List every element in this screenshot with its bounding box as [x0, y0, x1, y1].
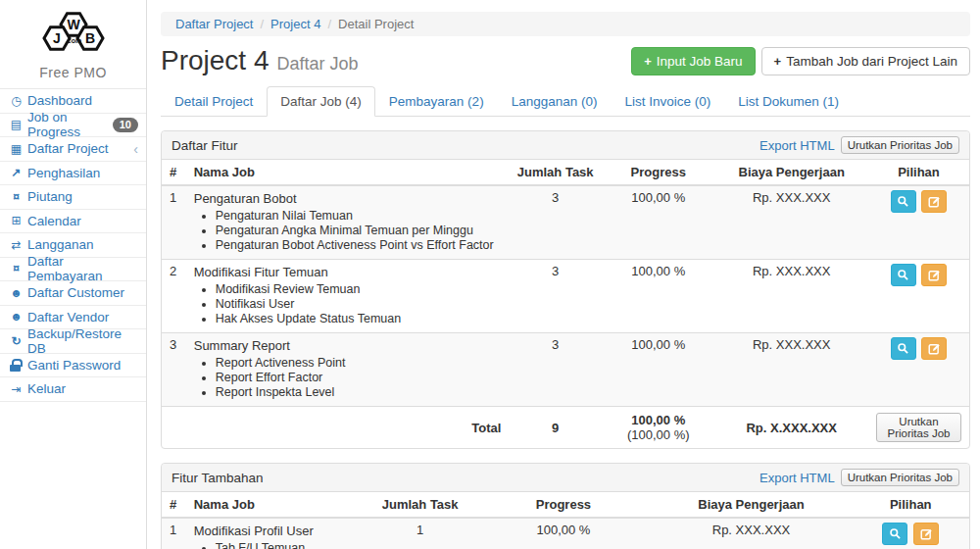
breadcrumb-current: Detail Project — [338, 17, 414, 31]
table-row: 2 Modifikasi Fitur Temuan Modifikasi Rev… — [162, 260, 969, 333]
sidebar-item-label: Dashboard — [27, 93, 92, 108]
export-html-link[interactable]: Export HTML — [760, 471, 835, 485]
search-icon — [897, 269, 909, 281]
breadcrumb: Daftar Project Project 4 Detail Project — [161, 12, 970, 36]
biaya-cell: Rp. XXX.XXX — [714, 333, 868, 407]
sidebar-item-daftar-project[interactable]: Daftar Project ‹ — [0, 137, 146, 162]
biaya-cell: Rp. XXX.XXX — [714, 185, 868, 260]
search-icon — [897, 195, 909, 208]
jumlah-task-cell: 3 — [509, 185, 602, 260]
edit-job-button[interactable] — [913, 523, 939, 545]
view-job-button[interactable] — [882, 523, 907, 545]
subtask-list: Report Activeness Point Report Effort Fa… — [216, 356, 502, 400]
view-job-button[interactable] — [891, 337, 916, 360]
view-job-button[interactable] — [891, 264, 916, 286]
sidebar-item-label: Calendar — [27, 214, 81, 228]
sidebar-item-job-on-progress[interactable]: Job on Progress 10 — [0, 114, 146, 138]
money-icon — [8, 190, 24, 204]
edit-icon — [928, 195, 941, 208]
retweet-icon — [8, 238, 24, 252]
total-progress: 100,00 % (100,00 %) — [602, 407, 714, 449]
panel-title: Fitur Tambahan — [172, 471, 264, 485]
users-icon — [8, 286, 24, 300]
tab-list-invoice[interactable]: List Invoice (0) — [611, 86, 724, 116]
edit-job-button[interactable] — [921, 337, 947, 360]
tasks-icon — [8, 118, 24, 131]
svg-text:.com: .com — [65, 37, 80, 44]
jwb-logo: W J B .com — [31, 6, 116, 59]
table-icon — [8, 142, 24, 156]
table-row: 3 Summary Report Report Activeness Point… — [162, 333, 969, 407]
project-tabs: Detail Project Daftar Job (4) Pembayaran… — [161, 86, 970, 117]
table-header-row: # Nama Job Jumlah Task Progress Biaya Pe… — [162, 160, 969, 185]
sidebar-item-label: Job on Progress — [27, 110, 113, 139]
daftar-fitur-table: # Nama Job Jumlah Task Progress Biaya Pe… — [162, 160, 969, 448]
breadcrumb-project-4[interactable]: Project 4 — [270, 17, 320, 31]
search-icon — [889, 527, 902, 540]
total-biaya: Rp. X.XXX.XXX — [714, 407, 868, 449]
table-header-row: # Nama Job Jumlah Task Progress Biaya Pe… — [162, 492, 969, 518]
fitur-tambahan-table: # Nama Job Jumlah Task Progress Biaya Pe… — [162, 492, 969, 549]
biaya-cell: Rp. XXX.XXX — [651, 518, 853, 549]
pilihan-cell — [853, 518, 970, 549]
page-title: Project 4 — [161, 45, 270, 76]
tab-list-dokumen[interactable]: List Dokumen (1) — [724, 86, 853, 116]
tambah-job-button[interactable]: + Tambah Job dari Project Lain — [761, 47, 970, 75]
sidebar-item-calendar[interactable]: Calendar — [0, 210, 146, 234]
chevron-left-icon: ‹ — [133, 142, 138, 156]
tab-daftar-job[interactable]: Daftar Job (4) — [267, 86, 375, 116]
urutkan-prioritas-button[interactable]: Urutkan Prioritas Job — [841, 136, 959, 154]
input-job-baru-button[interactable]: + Input Job Baru — [631, 47, 755, 75]
jumlah-task-cell: 1 — [364, 518, 476, 549]
brand-name: Free PMO — [0, 65, 146, 80]
edit-job-button[interactable] — [921, 264, 947, 286]
progress-cell: 100,00 % — [602, 333, 714, 407]
sidebar-item-daftar-pembayaran[interactable]: Daftar Pembayaran — [0, 258, 146, 282]
tab-pembayaran[interactable]: Pembayaran (2) — [375, 86, 498, 116]
biaya-cell: Rp. XXX.XXX — [714, 260, 868, 333]
sidebar-item-daftar-customer[interactable]: Daftar Customer — [0, 281, 146, 306]
sidebar-item-keluar[interactable]: Keluar — [0, 377, 146, 402]
sidebar-item-label: Daftar Customer — [27, 285, 124, 300]
urutkan-prioritas-button[interactable]: Urutkan Prioritas Job — [876, 413, 961, 442]
calendar-icon — [8, 214, 24, 227]
jumlah-task-cell: 3 — [509, 333, 602, 407]
sidebar-item-penghasilan[interactable]: Penghasilan — [0, 162, 146, 186]
tab-langganan[interactable]: Langganan (0) — [498, 86, 612, 116]
sidebar-item-label: Daftar Project — [27, 141, 109, 156]
job-name: Pengaturan Bobot — [194, 190, 502, 207]
view-job-button[interactable] — [891, 190, 916, 213]
urutkan-prioritas-button[interactable]: Urutkan Prioritas Job — [841, 469, 959, 486]
subtask-list: Tab F/U Temuan — [216, 541, 356, 549]
export-html-link[interactable]: Export HTML — [760, 138, 835, 153]
plus-icon: + — [644, 54, 652, 69]
total-row: Total 9 100,00 % (100,00 %) Rp. X.XXX.XX… — [162, 407, 969, 449]
pilihan-cell — [868, 333, 969, 407]
sidebar-item-ganti-password[interactable]: Ganti Password — [0, 354, 146, 378]
svg-text:W: W — [67, 17, 80, 32]
sidebar-item-label: Piutang — [27, 189, 73, 204]
breadcrumb-daftar-project[interactable]: Daftar Project — [175, 17, 253, 31]
job-name: Modifikasi Profil User — [194, 523, 356, 539]
sidebar-item-label: Daftar Vendor — [27, 310, 109, 324]
edit-job-button[interactable] — [921, 190, 947, 213]
edit-icon — [920, 527, 933, 540]
tab-detail-project[interactable]: Detail Project — [161, 86, 267, 116]
progress-cell: 100,00 % — [602, 260, 714, 333]
total-label: Total — [186, 407, 510, 449]
panel-fitur-tambahan: Fitur Tambahan Export HTML Urutkan Prior… — [161, 463, 970, 549]
page-subtitle: Daftar Job — [277, 48, 359, 75]
pilihan-cell — [868, 260, 969, 333]
sidebar: W J B .com Free PMO Dashboard Job on Pro… — [0, 0, 147, 549]
job-count-badge: 10 — [113, 118, 138, 132]
subtask-list: Modifikasi Review Temuan Notifikasi User… — [216, 282, 502, 326]
sign-out-icon — [8, 382, 24, 396]
job-name: Summary Report — [194, 337, 502, 354]
users-icon — [8, 310, 24, 324]
table-row: 1 Modifikasi Profil User Tab F/U Temuan … — [162, 518, 969, 549]
sidebar-item-label: Ganti Password — [27, 358, 121, 373]
sidebar-item-label: Keluar — [27, 381, 66, 396]
sidebar-item-piutang[interactable]: Piutang — [0, 185, 146, 210]
sidebar-item-backup-restore[interactable]: Backup/Restore DB — [0, 329, 146, 354]
sidebar-item-label: Daftar Pembayaran — [27, 254, 138, 283]
